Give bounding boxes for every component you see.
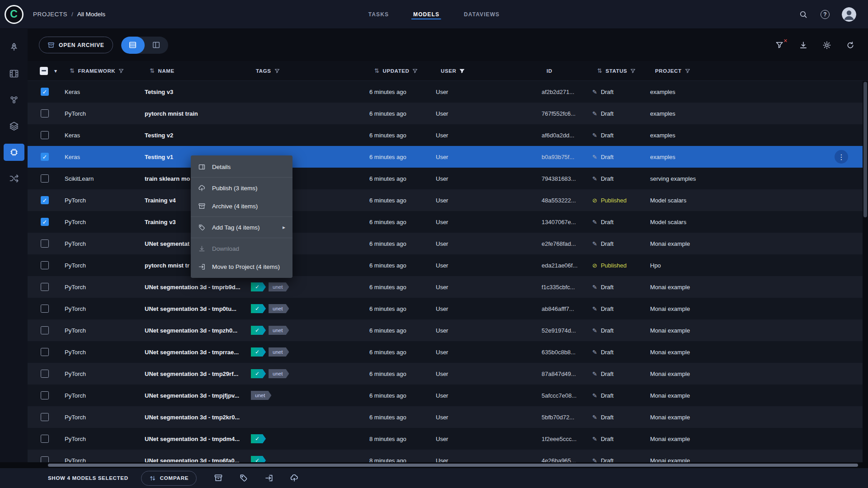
sort-icon[interactable]: ⇅ [597, 67, 603, 74]
user-menu-button[interactable] [842, 7, 856, 22]
column-header-tags[interactable]: TAGS [250, 68, 368, 74]
table-row[interactable]: Keras Tetsing v3 6 minutes ago User af2b… [28, 81, 868, 103]
table-row[interactable]: PyTorch UNet segmentation 3d - tmp2kr0..… [28, 406, 868, 428]
cell-updated: 6 minutes ago [368, 89, 435, 95]
tab-tasks[interactable]: TASKS [368, 0, 389, 28]
table-row[interactable]: PyTorch UNet segmentation 3d - tmprrae..… [28, 341, 868, 363]
row-checkbox[interactable] [41, 196, 49, 204]
column-header-framework[interactable]: ⇅ FRAMEWORK [64, 67, 144, 74]
table-row[interactable]: PyTorch UNet segmentation 3d - tmpzh0...… [28, 319, 868, 341]
sidebar-item-dashboard[interactable] [4, 39, 24, 56]
table-row[interactable]: PyTorch UNet segmentation 3d - tmp6fa0..… [28, 450, 868, 462]
tab-models[interactable]: MODELS [413, 0, 439, 28]
table-row[interactable]: ScikitLearn train sklearn mo 6 minutes a… [28, 168, 868, 189]
search-icon [799, 10, 808, 19]
table-row[interactable]: Keras Testing v2 6 minutes ago User af6d… [28, 124, 868, 146]
cell-updated: 6 minutes ago [368, 132, 435, 139]
filter-icon[interactable] [274, 68, 280, 74]
row-checkbox[interactable] [41, 174, 49, 183]
show-selected-button[interactable]: SHOW 4 MODELS SELECTED [48, 475, 128, 481]
view-toggle [121, 37, 168, 54]
menu-item-publish[interactable]: Publish (3 items) [191, 179, 292, 197]
column-header-project[interactable]: PROJECT [649, 68, 868, 74]
archive-selected-button[interactable] [214, 474, 223, 483]
status-text: Draft [601, 219, 613, 225]
publish-icon [290, 474, 299, 483]
row-checkbox[interactable] [41, 218, 49, 226]
publish-selected-button[interactable] [290, 474, 299, 483]
select-all-checkbox[interactable] [40, 67, 48, 75]
menu-item-move-to-project[interactable]: Move to Project (4 items) [191, 258, 292, 276]
sidebar-item-pipelines[interactable] [4, 117, 24, 135]
column-header-updated[interactable]: ⇅ UPDATED [368, 67, 435, 74]
column-header-status[interactable]: ⇅ STATUS [591, 67, 649, 74]
table-row[interactable]: PyTorch Training v4 6 minutes ago User 4… [28, 189, 868, 211]
row-checkbox[interactable] [41, 283, 49, 291]
filter-icon[interactable] [630, 68, 636, 74]
compare-button[interactable]: COMPARE [141, 471, 197, 486]
sidebar-item-workers[interactable] [4, 170, 24, 187]
cell-id: 87a847d49... [541, 371, 591, 377]
help-button[interactable]: ? [820, 9, 830, 19]
column-header-id[interactable]: ID [541, 68, 591, 74]
table-row[interactable]: PyTorch UNet segmentation 3d - tmp0tu...… [28, 298, 868, 319]
cell-name: UNet segmentation 3d - tmp0tu... [144, 305, 250, 312]
table-row[interactable]: PyTorch pytorch mnist train 6 minutes ag… [28, 103, 868, 124]
move-selected-button[interactable] [264, 474, 274, 483]
tab-dataviews[interactable]: DATAVIEWS [464, 0, 500, 28]
open-archive-button[interactable]: OPEN ARCHIVE [39, 37, 113, 53]
row-checkbox[interactable] [41, 261, 49, 269]
row-checkbox[interactable] [41, 153, 49, 161]
table-row[interactable]: Keras Testing v1 6 minutes ago User b0a9… [28, 146, 868, 168]
sidebar-item-models[interactable] [4, 144, 24, 161]
refresh-button[interactable] [845, 40, 855, 50]
download-table-button[interactable] [798, 40, 808, 50]
menu-item-add-tag[interactable]: Add Tag (4 items) ▸ [191, 218, 292, 236]
row-checkbox[interactable] [41, 370, 49, 378]
filter-icon[interactable] [412, 68, 418, 74]
table-row[interactable]: PyTorch UNet segmentat 6 minutes ago Use… [28, 233, 868, 254]
clear-filters-button[interactable]: ✕ [775, 40, 785, 50]
table-row[interactable]: PyTorch Training v3 6 minutes ago User 1… [28, 211, 868, 233]
table-row[interactable]: PyTorch UNet segmentation 3d - tmpdm4...… [28, 428, 868, 450]
sidebar-item-datasets[interactable] [4, 91, 24, 108]
table-row[interactable]: PyTorch pytorch mnist tr 6 minutes ago U… [28, 254, 868, 276]
add-tag-selected-button[interactable] [239, 474, 248, 483]
table-row[interactable]: PyTorch UNet segmentation 3d - tmprb9d..… [28, 276, 868, 298]
row-checkbox[interactable] [41, 239, 49, 248]
row-checkbox[interactable] [41, 88, 49, 96]
breadcrumb-projects[interactable]: PROJECTS [33, 11, 67, 18]
row-checkbox[interactable] [41, 109, 49, 117]
row-checkbox[interactable] [41, 391, 49, 399]
menu-item-details[interactable]: Details [191, 158, 292, 176]
column-header-user[interactable]: USER [435, 68, 541, 74]
menu-item-archive[interactable]: Archive (4 items) [191, 197, 292, 215]
row-checkbox[interactable] [41, 348, 49, 356]
filter-icon-active[interactable] [459, 68, 465, 74]
card-view-button[interactable] [145, 37, 168, 54]
cell-framework: PyTorch [64, 414, 144, 421]
row-checkbox[interactable] [41, 435, 49, 443]
horizontal-scrollbar-thumb[interactable] [48, 464, 858, 467]
settings-button[interactable] [822, 40, 832, 50]
clearml-logo[interactable]: C [5, 5, 24, 24]
sort-icon[interactable]: ⇅ [150, 67, 155, 74]
row-menu-button[interactable]: ⋮ [835, 150, 848, 164]
table-view-button[interactable] [121, 37, 145, 54]
vertical-scrollbar-thumb[interactable] [863, 82, 867, 217]
select-dropdown-caret[interactable]: ▾ [54, 68, 57, 74]
filter-icon[interactable] [118, 68, 124, 74]
row-checkbox[interactable] [41, 305, 49, 313]
table-row[interactable]: PyTorch UNet segmentation 3d - tmpjfjpv.… [28, 385, 868, 406]
sort-icon[interactable]: ⇅ [70, 67, 75, 74]
sort-icon[interactable]: ⇅ [374, 67, 380, 74]
search-button[interactable] [798, 9, 808, 19]
row-checkbox[interactable] [41, 413, 49, 421]
sidebar-item-projects[interactable] [4, 65, 24, 82]
column-header-name[interactable]: ⇅ NAME [144, 67, 250, 74]
row-checkbox[interactable] [41, 456, 49, 462]
filter-icon[interactable] [685, 68, 690, 74]
row-checkbox[interactable] [41, 131, 49, 139]
table-row[interactable]: PyTorch UNet segmentation 3d - tmp29rf..… [28, 363, 868, 385]
row-checkbox[interactable] [41, 326, 49, 334]
